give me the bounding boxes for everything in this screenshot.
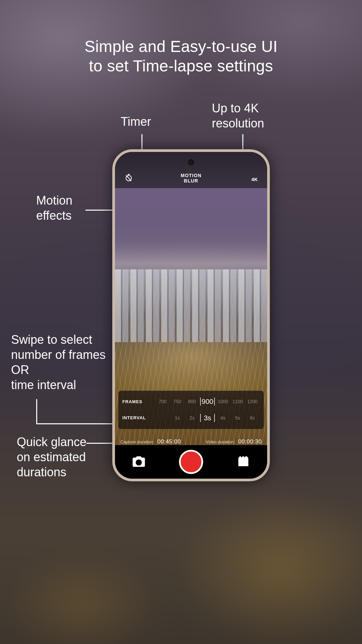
- callout-glance-line2: on estimated: [17, 449, 86, 465]
- frames-scale[interactable]: 700750800900100011001200: [153, 397, 260, 406]
- interval-tick[interactable]: 1s: [170, 415, 185, 421]
- frames-label: FRAMES: [122, 399, 153, 404]
- motion-blur-button[interactable]: MOTION BLUR: [181, 173, 201, 183]
- app-screen: MOTION BLUR 4K FRAMES 700750800900100011…: [115, 152, 267, 479]
- bottom-actionbar: [115, 445, 267, 479]
- callout-motion: Motion effects: [36, 193, 72, 223]
- interval-tick[interactable]: 5s: [230, 415, 245, 421]
- capture-duration-value: 00:45:00: [157, 438, 181, 445]
- frames-tick[interactable]: 1100: [230, 399, 245, 404]
- callout-swipe-line2: number of frames: [11, 347, 106, 362]
- frames-tick[interactable]: 1000: [216, 399, 230, 404]
- promo-headline-line2: to set Time-lapse settings: [0, 56, 362, 76]
- top-toolbar: MOTION BLUR 4K: [115, 152, 267, 188]
- interval-label: INTERVAL: [122, 415, 153, 420]
- callout-resolution: Up to 4K resolution: [212, 101, 264, 131]
- callout-glance-line3: durations: [17, 465, 86, 480]
- timelapse-settings-panel: FRAMES 700750800900100011001200 INTERVAL…: [118, 391, 264, 429]
- frames-tick[interactable]: 1200: [245, 399, 260, 404]
- promo-headline: Simple and Easy-to-use UI to set Time-la…: [0, 37, 362, 75]
- resolution-button[interactable]: 4K: [251, 176, 258, 182]
- viewfinder-decor: [115, 269, 267, 342]
- gallery-button[interactable]: [236, 454, 251, 469]
- callout-motion-line2: effects: [36, 208, 72, 223]
- interval-tick[interactable]: 3s: [200, 414, 215, 422]
- capture-duration-label: Capture duration:: [120, 439, 154, 444]
- interval-row: INTERVAL 1s2s3s4s5s6s: [122, 410, 260, 426]
- interval-tick[interactable]: 6s: [245, 415, 260, 421]
- frames-tick[interactable]: 800: [185, 399, 199, 404]
- connector-line: [36, 399, 37, 424]
- callout-glance: Quick glance on estimated durations: [17, 434, 86, 480]
- capture-duration-group: Capture duration: 00:45:00: [120, 438, 181, 445]
- frames-tick[interactable]: 750: [170, 399, 185, 404]
- callout-glance-line1: Quick glance: [17, 434, 86, 449]
- duration-bar: Capture duration: 00:45:00 Video duratio…: [115, 438, 267, 445]
- callout-timer: Timer: [121, 114, 151, 129]
- callout-swipe-line3: OR: [11, 362, 106, 377]
- svg-rect-1: [238, 458, 248, 466]
- connector-line: [36, 423, 122, 424]
- callout-swipe: Swipe to select number of frames OR time…: [11, 332, 106, 392]
- switch-camera-button[interactable]: [131, 454, 146, 469]
- callout-swipe-line1: Swipe to select: [11, 332, 106, 347]
- video-duration-label: Video duration:: [206, 439, 235, 444]
- video-duration-value: 00:00:30: [238, 438, 262, 445]
- motion-blur-label-line2: BLUR: [181, 178, 201, 183]
- motion-blur-label-line1: MOTION: [181, 173, 201, 178]
- record-button[interactable]: [179, 450, 203, 474]
- frames-row: FRAMES 700750800900100011001200: [122, 393, 260, 410]
- interval-tick[interactable]: 2s: [185, 415, 199, 421]
- callout-motion-line1: Motion: [36, 193, 72, 208]
- video-duration-group: Video duration: 00:00:30: [206, 438, 262, 445]
- phone-frame: MOTION BLUR 4K FRAMES 700750800900100011…: [112, 149, 270, 481]
- interval-tick[interactable]: 4s: [216, 415, 230, 421]
- callout-resolution-line1: Up to 4K: [212, 101, 264, 116]
- timer-icon[interactable]: [124, 173, 133, 182]
- interval-scale[interactable]: 1s2s3s4s5s6s: [153, 414, 260, 422]
- frames-tick[interactable]: 700: [155, 399, 170, 404]
- camera-viewfinder[interactable]: FRAMES 700750800900100011001200 INTERVAL…: [115, 188, 267, 479]
- promo-headline-line1: Simple and Easy-to-use UI: [0, 37, 362, 56]
- callout-resolution-line2: resolution: [212, 116, 264, 131]
- frames-tick[interactable]: 900: [200, 397, 215, 406]
- callout-swipe-line4: time interval: [11, 377, 106, 392]
